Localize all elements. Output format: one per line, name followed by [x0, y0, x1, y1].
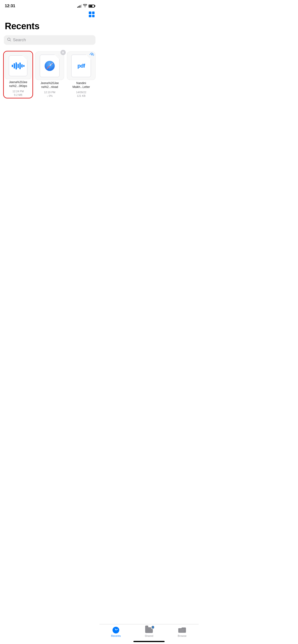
file-card-3[interactable]: pdf NandiniMaikh...Letter 14/09/22121 KB [67, 52, 95, 98]
status-icons [77, 4, 95, 8]
file-meta-1: 12:24 PM9.2 MB [13, 90, 24, 97]
file-grid: Jeena%20Jeena%2...0Kbps 12:24 PM9.2 MB ✕ [0, 50, 99, 104]
pdf-doc-icon: pdf [71, 54, 91, 77]
file-card-1[interactable]: Jeena%20Jeena%2...0Kbps 12:24 PM9.2 MB [4, 52, 32, 98]
header: Recents [0, 19, 99, 35]
file-name-2: Jeena%20Jeena%2...nload [41, 82, 59, 89]
search-icon [7, 38, 11, 42]
safari-doc-icon [40, 54, 60, 77]
status-time: 12:31 [5, 4, 15, 8]
svg-line-1 [10, 40, 11, 41]
cancel-badge[interactable]: ✕ [60, 50, 66, 55]
page-title: Recents [5, 21, 95, 32]
audio-doc-icon [9, 55, 27, 76]
top-action-bar [0, 10, 99, 19]
battery-icon [89, 4, 95, 8]
file-meta-3: 14/09/22121 KB [76, 90, 86, 98]
file-thumbnail-1 [5, 52, 32, 79]
search-placeholder: Search [13, 38, 26, 42]
audio-waves [12, 62, 25, 70]
file-meta-2: 12:19 PM↓ 0% [44, 90, 55, 98]
wifi-icon [83, 4, 87, 8]
search-bar[interactable]: Search [4, 35, 95, 45]
file-card-2[interactable]: ✕ [35, 52, 64, 98]
grid-view-button[interactable] [89, 12, 95, 17]
pdf-label: pdf [77, 63, 85, 69]
status-bar: 12:31 [0, 0, 99, 10]
file-thumbnail-2: ✕ [35, 52, 64, 80]
signal-icon [77, 4, 82, 8]
file-thumbnail-3: pdf [67, 52, 95, 80]
file-name-3: NandiniMaikh...Letter [72, 82, 90, 89]
safari-icon [45, 61, 55, 71]
file-name-1: Jeena%20Jeena%2...0Kbps [9, 80, 27, 88]
search-container[interactable]: Search [0, 35, 99, 50]
